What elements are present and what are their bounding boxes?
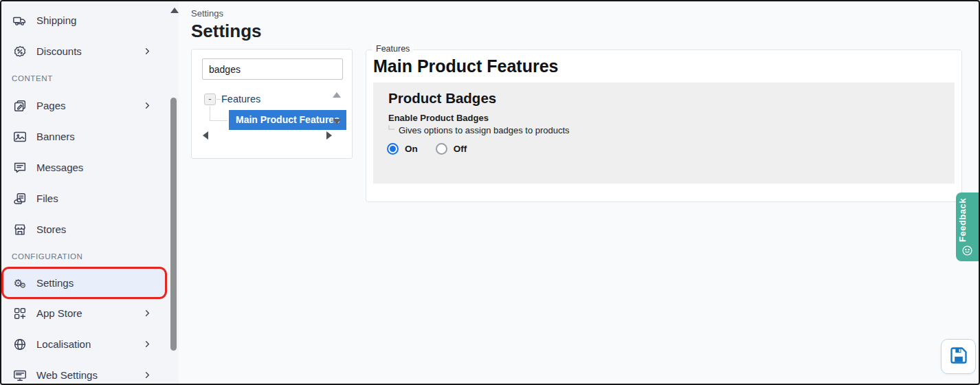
radio-on[interactable]: On xyxy=(387,143,418,155)
product-badges-panel: Product Badges Enable Product Badges Giv… xyxy=(373,82,955,184)
smiley-icon xyxy=(961,245,973,256)
chevron-right-icon xyxy=(142,46,153,56)
sidebar-item-localisation[interactable]: Localisation xyxy=(1,329,169,360)
setting-label: Enable Product Badges xyxy=(388,113,489,123)
sidebar-item-messages[interactable]: Messages xyxy=(1,152,169,183)
sidebar-scroll-up-arrow[interactable] xyxy=(170,8,179,13)
feature-title: Main Product Features xyxy=(373,56,559,76)
gears-icon: ⚙⚙ xyxy=(11,275,29,292)
sidebar-item-settings[interactable]: ⚙⚙ Settings xyxy=(3,269,165,297)
sidebar-item-files[interactable]: Files xyxy=(1,183,169,214)
tree-scroll-right-arrow[interactable] xyxy=(326,131,332,140)
sidebar-item-label: Localisation xyxy=(36,338,91,350)
chevron-right-icon xyxy=(142,370,153,380)
sidebar-item-app-store[interactable]: App Store xyxy=(1,298,169,329)
sidebar-item-web-settings[interactable]: Web Settings xyxy=(1,360,169,385)
banner-image-icon xyxy=(11,129,29,145)
radio-off[interactable]: Off xyxy=(436,143,467,155)
sidebar-item-discounts[interactable]: Discounts xyxy=(1,36,169,67)
sidebar-item-label: Discounts xyxy=(36,45,82,57)
tree-connector xyxy=(216,99,221,100)
child-indicator-icon xyxy=(388,125,394,130)
tree-connector xyxy=(210,106,210,120)
section-title: Product Badges xyxy=(388,90,496,107)
sidebar-item-label: Settings xyxy=(36,277,74,289)
sidebar-item-label: Pages xyxy=(36,100,66,111)
tree-collapse-toggle[interactable]: - xyxy=(204,94,216,105)
chevron-right-icon xyxy=(142,308,153,318)
tree-connector xyxy=(210,120,227,121)
sidebar: Shipping Discounts CONTENT Pages xyxy=(1,1,179,384)
app-store-grid-plus-icon xyxy=(11,305,29,322)
sidebar-item-stores[interactable]: Stores xyxy=(1,214,169,245)
sidebar-item-shipping[interactable]: Shipping xyxy=(1,5,169,36)
feature-settings-card: Features Main Product Features Product B… xyxy=(366,50,962,202)
sidebar-section-content: CONTENT xyxy=(1,67,169,90)
feedback-tab[interactable]: Feedback xyxy=(956,192,979,261)
page-title: Settings xyxy=(191,21,262,42)
radio-on-circle xyxy=(387,143,399,155)
files-cloud-icon xyxy=(11,190,29,207)
discount-icon xyxy=(11,43,29,60)
tree-scroll-left-arrow[interactable] xyxy=(203,131,208,140)
radio-off-label: Off xyxy=(454,144,467,154)
radio-on-label: On xyxy=(405,144,418,154)
chevron-right-icon xyxy=(142,100,153,111)
tree-node-main-product-features[interactable]: Main Product Features xyxy=(229,110,346,130)
sidebar-item-banners[interactable]: Banners xyxy=(1,121,169,152)
sidebar-item-label: Stores xyxy=(36,223,66,235)
globe-icon xyxy=(11,336,29,353)
monitor-icon xyxy=(11,367,29,384)
sidebar-item-label: Web Settings xyxy=(36,369,98,381)
message-bubble-icon xyxy=(11,160,29,176)
truck-icon xyxy=(11,12,29,29)
sidebar-item-label: Messages xyxy=(36,162,83,173)
main-content: Settings Settings - Features Main Produc… xyxy=(179,1,979,384)
tree-scroll-up-arrow[interactable] xyxy=(333,92,341,98)
app-window: Shipping Discounts CONTENT Pages xyxy=(0,0,980,385)
sidebar-scrollbar-thumb[interactable] xyxy=(170,98,177,351)
enable-badges-radio-group: On Off xyxy=(387,143,467,155)
settings-search-input[interactable] xyxy=(202,58,343,80)
pages-icon xyxy=(11,98,29,114)
radio-off-circle xyxy=(436,143,447,155)
sidebar-item-label: Shipping xyxy=(36,14,76,26)
feedback-tab-label: Feedback xyxy=(957,198,968,242)
storefront-icon xyxy=(11,221,29,238)
setting-help-label: Gives options to assign badges to produc… xyxy=(399,125,570,135)
breadcrumb: Settings xyxy=(191,8,223,19)
setting-help-text: Gives options to assign badges to produc… xyxy=(388,125,570,135)
save-button[interactable] xyxy=(941,339,976,374)
tree-scroll-down-arrow[interactable] xyxy=(333,119,341,124)
card-legend: Features xyxy=(372,44,413,54)
save-floppy-icon xyxy=(949,346,968,368)
sidebar-item-label: App Store xyxy=(36,307,82,319)
sidebar-item-label: Files xyxy=(36,192,58,204)
sidebar-item-label: Banners xyxy=(36,131,75,142)
sidebar-section-configuration: CONFIGURATION xyxy=(1,245,169,268)
settings-tree-card: - Features Main Product Features xyxy=(191,49,353,159)
sidebar-item-pages[interactable]: Pages xyxy=(1,90,169,121)
chevron-right-icon xyxy=(142,339,153,349)
tree-node-features[interactable]: Features xyxy=(221,94,260,104)
